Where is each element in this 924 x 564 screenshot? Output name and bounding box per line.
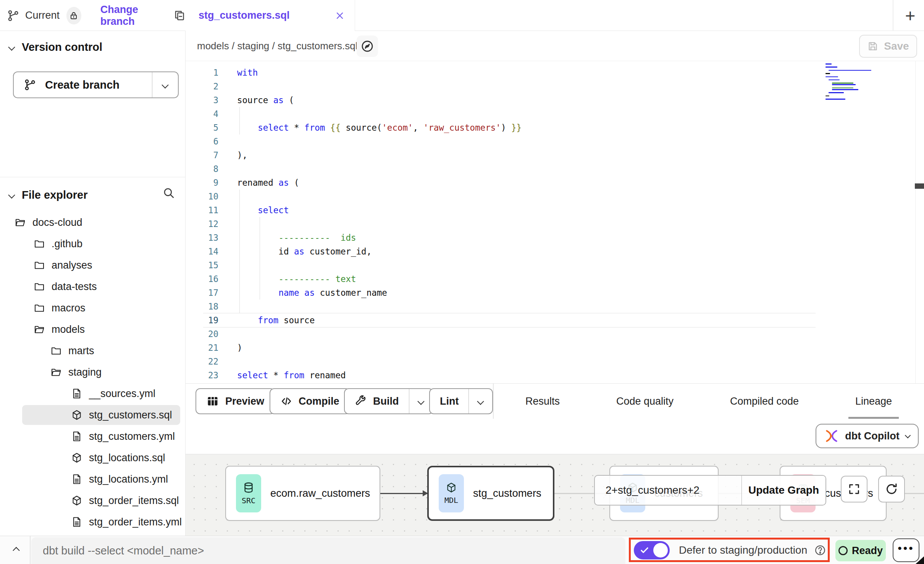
- code-line-5[interactable]: 5 select * from {{ source('ecom', 'raw_c…: [195, 121, 924, 135]
- file-icon: [71, 516, 82, 528]
- dbt-copilot-button[interactable]: dbt Copilot: [816, 424, 919, 448]
- lineage-canvas[interactable]: SRCecom.raw_customersMDLstg_customersMDL…: [186, 454, 924, 536]
- code-text: select: [229, 203, 924, 217]
- file-item-label: stg_locations.yml: [89, 473, 168, 485]
- code-text: renamed as (: [229, 176, 924, 190]
- file-item-stg-order-items-yml[interactable]: stg_order_items.yml: [0, 511, 185, 533]
- code-line-20[interactable]: 20: [195, 327, 924, 341]
- create-branch-caret[interactable]: [152, 72, 178, 97]
- file-item-stg-customers-sql[interactable]: stg_customers.sql: [0, 404, 185, 426]
- file-item-models[interactable]: models: [0, 319, 185, 340]
- file-explorer-header[interactable]: File explorer: [0, 183, 185, 207]
- build-button[interactable]: Build: [344, 388, 433, 414]
- help-icon[interactable]: [814, 544, 826, 556]
- file-item-macros[interactable]: macros: [0, 297, 185, 319]
- code-line-21[interactable]: 21): [195, 341, 924, 355]
- update-graph-button[interactable]: Update Graph: [741, 476, 825, 505]
- copy-icon[interactable]: [173, 10, 186, 22]
- fullscreen-button[interactable]: [841, 476, 867, 502]
- tab-results[interactable]: Results: [524, 395, 561, 407]
- line-number: 5: [195, 121, 229, 135]
- chevron-up-icon: [13, 547, 19, 554]
- refresh-button[interactable]: [878, 476, 905, 502]
- code-line-7[interactable]: 7),: [195, 148, 924, 162]
- line-number: 20: [195, 327, 229, 341]
- editor-scrollbar[interactable]: [915, 183, 924, 189]
- code-line-13[interactable]: 13 ---------- ids: [195, 231, 924, 245]
- search-icon[interactable]: [162, 186, 175, 199]
- lineage-selector-input[interactable]: 2+stg_customers+2: [595, 476, 741, 505]
- collapse-panel-button[interactable]: [5, 536, 27, 564]
- code-line-9[interactable]: 9renamed as (: [195, 176, 924, 190]
- editor-minimap[interactable]: [825, 63, 875, 100]
- folder-icon: [34, 281, 45, 292]
- code-line-11[interactable]: 11 select: [195, 203, 924, 217]
- command-input[interactable]: dbt build --select <model_name>: [31, 537, 625, 564]
- file-item--github[interactable]: .github: [0, 233, 185, 254]
- mdl-badge: MDL: [439, 474, 464, 512]
- lineage-node-ecom-raw-customers[interactable]: SRCecom.raw_customers: [225, 466, 380, 521]
- code-line-3[interactable]: 3source as (: [195, 93, 924, 107]
- file-icon: [71, 431, 82, 442]
- copilot-compass-button[interactable]: [357, 36, 378, 57]
- create-branch-main[interactable]: Create branch: [14, 72, 152, 97]
- breadcrumb-row: models / staging / stg_customers.sql Sav…: [186, 31, 924, 61]
- badge-label: SRC: [242, 496, 255, 505]
- preview-button[interactable]: Preview: [195, 388, 275, 414]
- action-bar-separator: [493, 384, 494, 419]
- code-line-1[interactable]: 1with: [195, 66, 924, 79]
- file-item-docs-cloud[interactable]: docs-cloud: [0, 212, 185, 233]
- code-line-2[interactable]: 2: [195, 79, 924, 93]
- status-label: Ready: [852, 545, 883, 557]
- tab-stg-customers[interactable]: stg_customers.sql: [186, 0, 355, 31]
- lint-caret[interactable]: [468, 389, 492, 413]
- file-item-stg-customers-yml[interactable]: stg_customers.yml: [0, 426, 185, 447]
- code-line-23[interactable]: 23select * from renamed: [195, 368, 924, 382]
- lineage-node-stg-customers[interactable]: MDLstg_customers: [427, 466, 554, 521]
- file-item-stg-order-items-sql[interactable]: stg_order_items.sql: [0, 490, 185, 511]
- compass-icon: [360, 39, 375, 53]
- folder-icon: [34, 238, 45, 250]
- tab-code-quality[interactable]: Code quality: [615, 395, 675, 407]
- status-bar: dbt build --select <model_name> Defer to…: [0, 536, 924, 564]
- code-line-18[interactable]: 18: [195, 300, 924, 313]
- code-line-4[interactable]: 4: [195, 107, 924, 121]
- code-line-14[interactable]: 14 id as customer_id,: [195, 245, 924, 258]
- folder-icon: [34, 302, 45, 314]
- file-item-marts[interactable]: marts: [0, 340, 185, 361]
- code-line-6[interactable]: 6: [195, 135, 924, 148]
- new-tab-button[interactable]: +: [897, 0, 924, 31]
- close-icon[interactable]: [335, 11, 345, 21]
- file-item-stg-locations-sql[interactable]: stg_locations.sql: [0, 447, 185, 468]
- badge-label: MDL: [444, 496, 458, 505]
- file-item-label: stg_locations.sql: [89, 452, 165, 464]
- code-line-17[interactable]: 17 name as customer_name: [195, 286, 924, 300]
- lint-button[interactable]: Lint: [429, 388, 493, 414]
- code-line-15[interactable]: 15: [195, 258, 924, 272]
- code-line-8[interactable]: 8: [195, 162, 924, 176]
- code-editor[interactable]: 1with23source as (45 select * from {{ so…: [186, 61, 924, 383]
- file-item-data-tests[interactable]: data-tests: [0, 276, 185, 297]
- code-line-22[interactable]: 22: [195, 355, 924, 368]
- table-icon: [206, 395, 219, 408]
- tab-compiled-code[interactable]: Compiled code: [729, 395, 800, 407]
- file-item-label: .github: [52, 238, 82, 250]
- save-button[interactable]: Save: [859, 35, 917, 58]
- file-item-label: stg_customers.yml: [89, 431, 175, 442]
- change-branch-link[interactable]: Change branch: [100, 4, 163, 28]
- copilot-row: dbt Copilot: [186, 419, 924, 454]
- code-line-12[interactable]: 12: [195, 217, 924, 231]
- tab-lineage[interactable]: Lineage: [854, 395, 893, 407]
- code-line-10[interactable]: 10: [195, 190, 924, 203]
- file-item-label: macros: [52, 302, 86, 314]
- create-branch-button[interactable]: Create branch: [13, 71, 179, 98]
- file-item-analyses[interactable]: analyses: [0, 254, 185, 276]
- branch-lock-badge: [66, 7, 81, 24]
- version-control-header[interactable]: Version control: [0, 35, 185, 59]
- compile-button[interactable]: Compile: [270, 388, 350, 414]
- file-item-stg-locations-yml[interactable]: stg_locations.yml: [0, 468, 185, 490]
- code-line-16[interactable]: 16 ---------- text: [195, 272, 924, 286]
- file-item-staging[interactable]: staging: [0, 361, 185, 383]
- file-item--sources-yml[interactable]: __sources.yml: [0, 383, 185, 404]
- defer-toggle[interactable]: [634, 541, 670, 559]
